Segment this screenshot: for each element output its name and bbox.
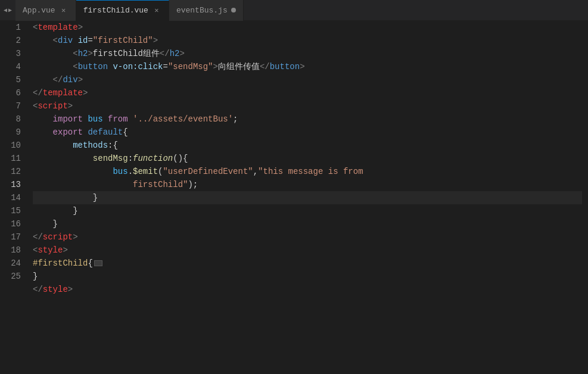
line-num-1: 1 [6, 21, 21, 34]
tab-bar: ◀ ▶ App.vue ✕ firstChild.vue ✕ eventBus.… [0, 0, 588, 21]
line-num-6: 6 [6, 86, 21, 99]
line-num-4: 4 [6, 60, 21, 73]
code-line-9: export default{ [33, 126, 582, 139]
line-num-25: 25 [6, 270, 21, 283]
code-line-10: methods:{ [33, 139, 582, 152]
line-num-12: 12 [6, 165, 21, 178]
code-line-8: import bus from '../assets/eventBus'; [33, 113, 582, 126]
line-num-9: 9 [6, 126, 21, 139]
tab-first-child-vue-label: firstChild.vue [83, 6, 148, 15]
tab-app-vue[interactable]: App.vue ✕ [15, 0, 76, 21]
code-line-1: <template> [33, 21, 582, 34]
line-num-2: 2 [6, 34, 21, 47]
line-num-5: 5 [6, 73, 21, 86]
line-num-17: 17 [6, 230, 21, 244]
line-num-8: 8 [6, 113, 21, 126]
editor-container: 1 2 3 4 5 6 7 8 9 10 11 12 13 14 15 16 1… [0, 21, 588, 374]
tab-app-vue-label: App.vue [23, 6, 55, 15]
code-line-2: <div id="firstChild"> [33, 34, 582, 47]
code-line-13: } [33, 191, 582, 204]
line-num-7: 7 [6, 99, 21, 113]
line-num-24: 24 [6, 257, 21, 270]
arrow-right-icon[interactable]: ▶ [8, 7, 12, 14]
tab-app-vue-close[interactable]: ✕ [59, 5, 69, 15]
code-line-15: } [33, 217, 582, 230]
code-line-16: </script> [33, 230, 582, 244]
line-num-13: 13 [6, 178, 21, 191]
tab-first-child-vue-close[interactable]: ✕ [152, 6, 161, 15]
tab-first-child-vue[interactable]: firstChild.vue ✕ [76, 0, 169, 21]
code-line-5: </div> [33, 73, 582, 86]
code-line-18: #firstChild{ [33, 257, 582, 270]
tab-event-bus-js-label: eventBus.js [176, 6, 228, 15]
code-line-11: sendMsg:function(){ [33, 152, 582, 165]
code-line-6: </template> [33, 86, 582, 99]
code-line-14: } [33, 204, 582, 217]
code-line-12: bus.$emit("userDefinedEvent","this messa… [33, 165, 582, 178]
line-numbers: 1 2 3 4 5 6 7 8 9 10 11 12 13 14 15 16 1… [0, 21, 27, 374]
tab-nav-arrows[interactable]: ◀ ▶ [0, 7, 15, 14]
tab-event-bus-js-dot [231, 8, 236, 13]
code-line-25: </style> [33, 283, 582, 296]
code-area[interactable]: <template> <div id="firstChild"> <h2>fir… [27, 21, 588, 374]
arrow-left-icon[interactable]: ◀ [4, 7, 7, 14]
line-num-3: 3 [6, 47, 21, 60]
code-line-12b: firstChild"); [33, 178, 582, 191]
tab-event-bus-js[interactable]: eventBus.js [169, 0, 244, 21]
line-num-16: 16 [6, 217, 21, 230]
line-num-11: 11 [6, 152, 21, 165]
code-line-7: <script> [33, 99, 582, 113]
line-num-14: 14 [6, 191, 21, 204]
code-line-17: <style> [33, 244, 582, 257]
line-num-10: 10 [6, 139, 21, 152]
line-num-15: 15 [6, 204, 21, 217]
line-num-18: 18 [6, 244, 21, 257]
code-line-4: <button v-on:click="sendMsg">向组件传值</butt… [33, 60, 582, 73]
code-line-3: <h2>firstChild组件</h2> [33, 47, 582, 60]
code-line-24: } [33, 270, 582, 283]
